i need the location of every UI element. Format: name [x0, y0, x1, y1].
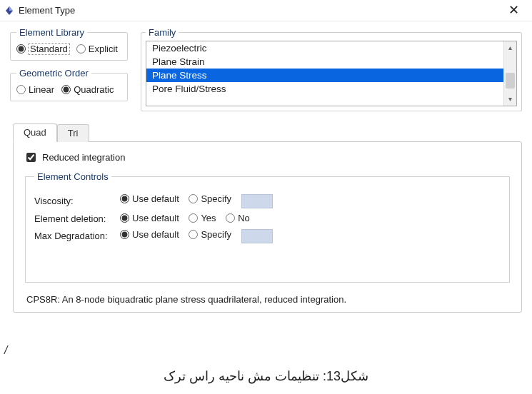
- family-item-3[interactable]: Pore Fluid/Stress: [146, 82, 503, 96]
- lower-panel: Quad Tri Reduced integration Element Con…: [0, 118, 532, 313]
- family-listbox[interactable]: Piezoelectric Plane Strain Plane Stress …: [146, 41, 517, 106]
- scroll-thumb[interactable]: [506, 73, 515, 89]
- viscosity-use-default-text: Use default: [132, 193, 179, 204]
- close-button[interactable]: ✕: [501, 4, 526, 16]
- app-icon: [4, 6, 14, 16]
- figure-caption: شکل13: تنظیمات مش ناحیه راس ترک: [0, 368, 532, 384]
- tab-quad[interactable]: Quad: [13, 123, 57, 142]
- max-degradation-specify-input[interactable]: [189, 230, 198, 239]
- family-item-1[interactable]: Plane Strain: [146, 55, 503, 69]
- window-title: Element Type: [19, 5, 501, 16]
- scroll-down-icon[interactable]: ▾: [504, 93, 516, 106]
- radio-standard[interactable]: Standard: [16, 44, 69, 54]
- family-item-0[interactable]: Piezoelectric: [146, 41, 503, 55]
- reduced-integration-label: Reduced integration: [42, 152, 125, 163]
- geometric-order-group: Geometric Order Linear Quadratic: [10, 68, 128, 101]
- viscosity-use-default-input[interactable]: [120, 194, 129, 203]
- tab-tri[interactable]: Tri: [57, 124, 89, 142]
- element-deletion-yes[interactable]: Yes: [189, 213, 216, 223]
- radio-quadratic[interactable]: Quadratic: [61, 84, 114, 95]
- viscosity-use-default[interactable]: Use default: [120, 193, 179, 204]
- element-library-group: Element Library Standard Explicit: [10, 27, 128, 61]
- element-deletion-use-default-input[interactable]: [120, 213, 129, 223]
- geometric-order-legend: Geometric Order: [16, 68, 91, 79]
- radio-linear-label: Linear: [29, 84, 54, 95]
- viscosity-specify-input[interactable]: [189, 194, 198, 203]
- viscosity-specify-text: Specify: [201, 193, 231, 204]
- max-degradation-use-default-input[interactable]: [120, 230, 129, 239]
- viscosity-specify[interactable]: Specify: [189, 193, 231, 204]
- element-deletion-use-default[interactable]: Use default: [120, 213, 179, 223]
- element-deletion-no-input[interactable]: [226, 213, 235, 223]
- title-bar: Element Type ✕: [0, 0, 532, 21]
- element-deletion-no-text: No: [238, 213, 250, 223]
- max-degradation-specify[interactable]: Specify: [189, 229, 231, 240]
- stray-slash: /: [4, 344, 7, 357]
- element-description: CPS8R: An 8-node biquadratic plane stres…: [24, 294, 511, 305]
- tab-pane-quad: Reduced integration Element Controls Vis…: [13, 141, 522, 313]
- element-library-legend: Element Library: [16, 27, 87, 38]
- radio-linear-input[interactable]: [16, 85, 26, 94]
- element-deletion-yes-text: Yes: [201, 213, 216, 223]
- radio-quadratic-label: Quadratic: [74, 84, 114, 95]
- element-deletion-label: Element deletion:: [34, 213, 120, 225]
- radio-quadratic-input[interactable]: [61, 85, 71, 94]
- element-deletion-no[interactable]: No: [226, 213, 250, 223]
- element-controls-legend: Element Controls: [34, 171, 111, 182]
- tab-strip: Quad Tri: [13, 123, 522, 141]
- upper-panel: Element Library Standard Explicit Geomet…: [0, 21, 532, 118]
- max-degradation-label: Max Degradation:: [34, 229, 120, 244]
- radio-standard-label: Standard: [29, 44, 69, 54]
- family-group: Family Piezoelectric Plane Strain Plane …: [141, 27, 522, 111]
- element-controls-group: Element Controls Viscosity: Use default …: [25, 171, 510, 283]
- viscosity-value-field[interactable]: [241, 194, 273, 208]
- element-deletion-yes-input[interactable]: [189, 213, 198, 223]
- viscosity-label: Viscosity:: [34, 193, 120, 208]
- reduced-integration-checkbox[interactable]: [26, 153, 36, 162]
- radio-explicit-input[interactable]: [76, 44, 86, 54]
- radio-linear[interactable]: Linear: [16, 84, 54, 95]
- max-degradation-use-default-text: Use default: [132, 229, 179, 240]
- family-scrollbar[interactable]: ▴ ▾: [503, 41, 516, 106]
- element-deletion-use-default-text: Use default: [132, 213, 179, 223]
- max-degradation-value-field[interactable]: [241, 229, 273, 243]
- radio-standard-input[interactable]: [16, 44, 26, 54]
- max-degradation-specify-text: Specify: [201, 229, 231, 240]
- scroll-up-icon[interactable]: ▴: [504, 41, 516, 54]
- family-item-2[interactable]: Plane Stress: [146, 69, 503, 82]
- radio-explicit-label: Explicit: [89, 44, 118, 54]
- radio-explicit[interactable]: Explicit: [76, 44, 118, 54]
- max-degradation-use-default[interactable]: Use default: [120, 229, 179, 240]
- family-legend: Family: [146, 27, 179, 38]
